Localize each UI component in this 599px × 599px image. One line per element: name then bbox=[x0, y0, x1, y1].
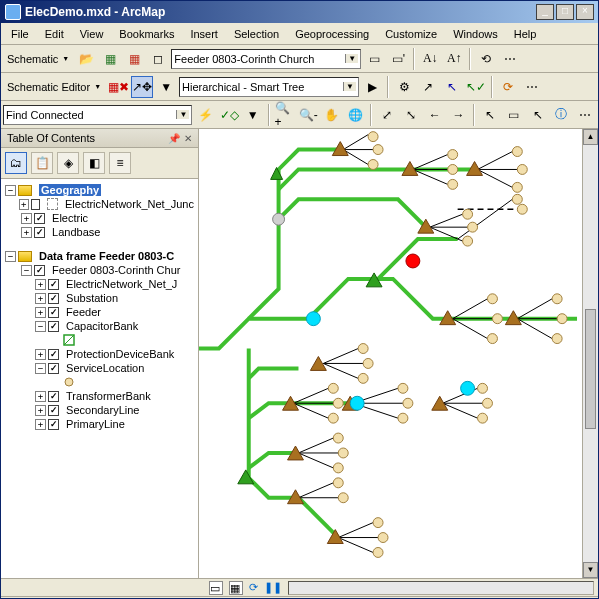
checkbox[interactable]: ✓ bbox=[48, 391, 59, 402]
menu-windows[interactable]: Windows bbox=[447, 26, 504, 42]
checkbox[interactable]: ✓ bbox=[34, 227, 45, 238]
layout-props-icon[interactable]: ⚙ bbox=[393, 76, 415, 98]
layer-feeder-root[interactable]: Feeder 0803-Corinth Chur bbox=[52, 264, 180, 276]
geography-frame[interactable]: Geography bbox=[39, 184, 101, 196]
layer-primary[interactable]: PrimaryLine bbox=[66, 418, 125, 430]
scroll-down-icon[interactable]: ▼ bbox=[583, 562, 598, 578]
checkbox[interactable]: ✓ bbox=[48, 363, 59, 374]
rotate-icon[interactable]: ⟳ bbox=[497, 76, 519, 98]
checkbox[interactable]: ✓ bbox=[48, 279, 59, 290]
checkbox[interactable] bbox=[31, 199, 41, 210]
layout-combo[interactable]: ▼ bbox=[179, 77, 359, 97]
find-connected-input[interactable] bbox=[6, 109, 176, 121]
identify-icon[interactable]: ⓘ bbox=[550, 104, 572, 126]
open-diagram-icon[interactable]: 📂 bbox=[75, 48, 97, 70]
layer-substation[interactable]: Substation bbox=[66, 292, 118, 304]
map-canvas[interactable] bbox=[199, 129, 582, 578]
list-by-selection-icon[interactable]: ◧ bbox=[83, 152, 105, 174]
menu-bookmarks[interactable]: Bookmarks bbox=[113, 26, 180, 42]
checkbox[interactable]: ✓ bbox=[48, 405, 59, 416]
menu-insert[interactable]: Insert bbox=[184, 26, 224, 42]
list-by-visibility-icon[interactable]: ◈ bbox=[57, 152, 79, 174]
full-extent-icon[interactable]: 🌐 bbox=[345, 104, 367, 126]
toc-pin-icon[interactable]: 📌 bbox=[168, 133, 180, 144]
checkbox[interactable]: ✓ bbox=[48, 419, 59, 430]
feeder-combo-input[interactable] bbox=[174, 53, 345, 65]
update-diagram-icon[interactable]: ▦ bbox=[123, 48, 145, 70]
pause-draw-icon[interactable]: ❚❚ bbox=[264, 581, 282, 594]
increase-size-icon[interactable]: A↑ bbox=[443, 48, 465, 70]
pan-icon[interactable]: ✋ bbox=[321, 104, 343, 126]
fixed-zoom-in-icon[interactable]: ⤢ bbox=[376, 104, 398, 126]
align-icon[interactable]: ↗ bbox=[417, 76, 439, 98]
layer-electric[interactable]: Electric bbox=[52, 212, 88, 224]
menu-geoprocessing[interactable]: Geoprocessing bbox=[289, 26, 375, 42]
more-tools-icon[interactable]: ⋯ bbox=[499, 48, 521, 70]
more-edit-icon[interactable]: ⋯ bbox=[521, 76, 543, 98]
layer-feeder[interactable]: Feeder bbox=[66, 306, 101, 318]
layout-view-icon[interactable]: ▦ bbox=[229, 581, 243, 595]
layer-capacitor[interactable]: CapacitorBank bbox=[66, 320, 138, 332]
new-diagram-icon[interactable]: ▦ bbox=[99, 48, 121, 70]
horizontal-scrollbar[interactable] bbox=[288, 581, 594, 595]
decrease-size-icon[interactable]: A↓ bbox=[419, 48, 441, 70]
edit-tool-dropdown[interactable]: ▼ bbox=[155, 76, 177, 98]
expander[interactable]: + bbox=[35, 419, 46, 430]
menu-edit[interactable]: Edit bbox=[39, 26, 70, 42]
select-move-icon[interactable]: ↗✥ bbox=[131, 76, 153, 98]
solve-icon[interactable]: ⚡ bbox=[194, 104, 216, 126]
minimize-button[interactable]: _ bbox=[536, 4, 554, 20]
prev-extent-icon[interactable]: ← bbox=[424, 104, 446, 126]
layer-enj[interactable]: ElectricNetwork_Net_Junc bbox=[65, 198, 194, 210]
checkbox[interactable]: ✓ bbox=[48, 349, 59, 360]
find-connected-combo[interactable]: ▼ bbox=[3, 105, 192, 125]
layer-enj2[interactable]: ElectricNetwork_Net_J bbox=[66, 278, 177, 290]
apply-layout-icon[interactable]: ▶ bbox=[361, 76, 383, 98]
menu-help[interactable]: Help bbox=[508, 26, 543, 42]
select-elements-icon[interactable]: ↖ bbox=[527, 104, 549, 126]
layer-secondary[interactable]: SecondaryLine bbox=[66, 404, 139, 416]
select-root-icon[interactable]: ↖✓ bbox=[465, 76, 487, 98]
layer-protection[interactable]: ProtectionDeviceBank bbox=[66, 348, 174, 360]
expander[interactable]: + bbox=[35, 391, 46, 402]
zoom-out-icon[interactable]: 🔍- bbox=[297, 104, 319, 126]
expander[interactable]: + bbox=[35, 307, 46, 318]
feeder-combo-arrow[interactable]: ▼ bbox=[345, 54, 358, 63]
feeder-combo[interactable]: ▼ bbox=[171, 49, 361, 69]
trace-icon[interactable]: ✓◇ bbox=[218, 104, 240, 126]
clear-selection-icon[interactable]: ▭ bbox=[503, 104, 525, 126]
expander[interactable]: − bbox=[5, 185, 16, 196]
data-view-icon[interactable]: ▭ bbox=[209, 581, 223, 595]
select-end-icon[interactable]: ↖ bbox=[441, 76, 463, 98]
refresh-icon[interactable]: ⟳ bbox=[249, 581, 258, 594]
checkbox[interactable]: ✓ bbox=[48, 307, 59, 318]
schematic-menu[interactable]: Schematic▼ bbox=[3, 53, 73, 65]
expander[interactable]: − bbox=[5, 251, 16, 262]
scroll-up-icon[interactable]: ▲ bbox=[583, 129, 598, 145]
maximize-button[interactable]: □ bbox=[556, 4, 574, 20]
propagate-schematic-icon[interactable]: ▭' bbox=[387, 48, 409, 70]
next-extent-icon[interactable]: → bbox=[448, 104, 470, 126]
expander[interactable]: − bbox=[35, 321, 46, 332]
list-by-source-icon[interactable]: 📋 bbox=[31, 152, 53, 174]
zoom-in-icon[interactable]: 🔍+ bbox=[274, 104, 296, 126]
fixed-zoom-out-icon[interactable]: ⤡ bbox=[400, 104, 422, 126]
menu-selection[interactable]: Selection bbox=[228, 26, 285, 42]
expander[interactable]: − bbox=[35, 363, 46, 374]
expander[interactable]: + bbox=[35, 349, 46, 360]
na-dropdown[interactable]: ▼ bbox=[242, 104, 264, 126]
diagram-props-icon[interactable]: ◻ bbox=[147, 48, 169, 70]
expander[interactable]: + bbox=[21, 213, 32, 224]
menu-customize[interactable]: Customize bbox=[379, 26, 443, 42]
layer-landbase[interactable]: Landbase bbox=[52, 226, 100, 238]
select-features-icon[interactable]: ↖ bbox=[479, 104, 501, 126]
options-icon[interactable]: ≡ bbox=[109, 152, 131, 174]
schematic-editor-menu[interactable]: Schematic Editor▼ bbox=[3, 81, 105, 93]
propagate-map-icon[interactable]: ▭ bbox=[363, 48, 385, 70]
layout-combo-arrow[interactable]: ▼ bbox=[343, 82, 356, 91]
stop-edit-icon[interactable]: ▦✖ bbox=[107, 76, 129, 98]
list-by-drawing-icon[interactable]: 🗂 bbox=[5, 152, 27, 174]
feeder-data-frame[interactable]: Data frame Feeder 0803-C bbox=[39, 250, 174, 262]
more-nav-icon[interactable]: ⋯ bbox=[574, 104, 596, 126]
restore-symbol-icon[interactable]: ⟲ bbox=[475, 48, 497, 70]
